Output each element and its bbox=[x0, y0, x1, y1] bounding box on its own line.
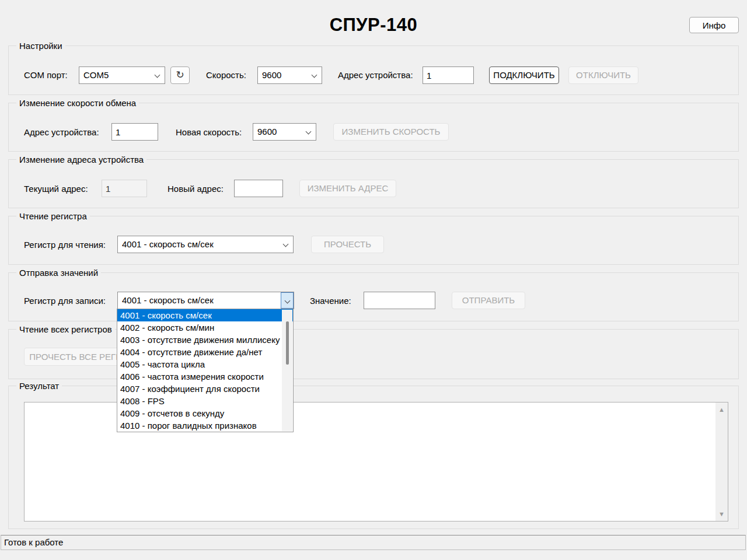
dropdown-scroll-thumb[interactable] bbox=[286, 321, 289, 365]
write-register-value: 4001 - скорость см/сек bbox=[122, 295, 280, 305]
change-speed-address-label: Адрес устройства: bbox=[24, 127, 99, 138]
read-register-select[interactable]: 4001 - скорость см/сек bbox=[117, 236, 294, 253]
dropdown-item[interactable]: 4006 - частота измерения скорости bbox=[117, 370, 293, 383]
group-read-all-title: Чтение всех регистров bbox=[16, 324, 115, 334]
group-change-address-title: Изменение адреса устройства bbox=[16, 155, 146, 164]
scroll-down-icon[interactable]: ▼ bbox=[715, 509, 728, 519]
read-register-value: 4001 - скорость см/сек bbox=[122, 239, 279, 249]
new-address-input[interactable] bbox=[234, 180, 283, 197]
value-label: Значение: bbox=[310, 296, 351, 306]
dropdown-item[interactable]: 4007 - коэффициент для скорости bbox=[117, 383, 293, 395]
new-speed-label: Новая скорость: bbox=[176, 127, 242, 138]
speed-label: Скорость: bbox=[206, 70, 246, 80]
new-address-label: Новый адрес: bbox=[167, 184, 224, 194]
combo-open-button[interactable] bbox=[281, 292, 294, 309]
write-register-label: Регистр для записи: bbox=[24, 296, 106, 306]
dropdown-scrollbar[interactable] bbox=[282, 310, 292, 431]
refresh-ports-button[interactable]: ↻ bbox=[170, 66, 190, 84]
group-result-title: Результат bbox=[16, 381, 62, 391]
dropdown-item[interactable]: 4004 - отсутствие движение да/нет bbox=[117, 346, 293, 358]
group-settings-title: Настройки bbox=[16, 41, 65, 51]
dropdown-item[interactable]: 4002 - скорость см/мин bbox=[117, 321, 293, 334]
group-change-speed-title: Изменение скорости обмена bbox=[16, 98, 139, 108]
speed-select[interactable]: 9600 bbox=[257, 66, 322, 84]
dropdown-item[interactable]: 4008 - FPS bbox=[117, 395, 293, 407]
register-dropdown-list: 4001 - скорость см/сек4002 - скорость см… bbox=[117, 309, 294, 432]
scroll-up-icon[interactable]: ▲ bbox=[715, 405, 728, 414]
chevron-down-icon bbox=[306, 129, 312, 135]
group-send-values-title: Отправка значений bbox=[16, 268, 101, 278]
current-address-label: Текущий адрес: bbox=[24, 184, 88, 194]
value-input[interactable] bbox=[364, 292, 435, 309]
device-address-label: Адрес устройства: bbox=[338, 70, 413, 80]
app-title: СПУР-140 bbox=[0, 15, 747, 36]
refresh-icon: ↻ bbox=[176, 69, 184, 80]
dropdown-item[interactable]: 4010 - порог валидных признаков bbox=[117, 419, 293, 432]
current-address-input bbox=[102, 180, 147, 197]
info-button[interactable]: Инфо bbox=[689, 17, 739, 33]
dropdown-item[interactable]: 4009 - отсчетов в секунду bbox=[117, 407, 293, 419]
change-address-button[interactable]: ИЗМЕНИТЬ АДРЕС bbox=[299, 180, 396, 197]
chevron-down-icon bbox=[312, 72, 317, 78]
chevron-down-icon bbox=[283, 242, 289, 247]
device-address-input[interactable] bbox=[423, 66, 474, 84]
group-settings: Настройки COM порт: COM5 ↻ Скорость: 960… bbox=[8, 46, 739, 95]
group-change-address: Изменение адреса устройства Текущий адре… bbox=[8, 159, 739, 208]
new-speed-value: 9600 bbox=[257, 127, 302, 136]
com-port-select[interactable]: COM5 bbox=[79, 66, 165, 84]
connect-button[interactable]: ПОДКЛЮЧИТЬ bbox=[489, 66, 559, 84]
dropdown-item[interactable]: 4005 - частота цикла bbox=[117, 358, 293, 370]
chevron-down-icon bbox=[285, 298, 291, 304]
status-bar: Готов к работе bbox=[1, 535, 746, 550]
group-change-speed: Изменение скорости обмена Адрес устройст… bbox=[8, 103, 739, 152]
change-speed-button[interactable]: ИЗМЕНИТЬ СКОРОСТЬ bbox=[333, 123, 449, 141]
com-port-value: COM5 bbox=[83, 70, 151, 80]
send-button[interactable]: ОТПРАВИТЬ bbox=[452, 292, 525, 309]
new-speed-select[interactable]: 9600 bbox=[253, 123, 316, 141]
read-button[interactable]: ПРОЧЕСТЬ bbox=[311, 236, 384, 253]
dropdown-item[interactable]: 4003 - отсутствие движения миллисеку bbox=[117, 334, 293, 346]
group-read-register-title: Чтение регистра bbox=[16, 211, 90, 221]
change-speed-address-input[interactable] bbox=[111, 123, 158, 141]
dropdown-item[interactable]: 4001 - скорость см/сек bbox=[117, 309, 293, 321]
speed-value: 9600 bbox=[262, 70, 308, 80]
disconnect-button[interactable]: ОТКЛЮЧИТЬ bbox=[568, 66, 638, 84]
result-scrollbar[interactable]: ▲ ▼ bbox=[715, 402, 728, 521]
com-port-label: COM порт: bbox=[24, 70, 68, 80]
write-register-select[interactable]: 4001 - скорость см/сек bbox=[117, 292, 294, 309]
group-read-register: Чтение регистра Регистр для чтения: 4001… bbox=[8, 216, 739, 265]
chevron-down-icon bbox=[155, 72, 160, 78]
read-register-label: Регистр для чтения: bbox=[24, 240, 106, 250]
